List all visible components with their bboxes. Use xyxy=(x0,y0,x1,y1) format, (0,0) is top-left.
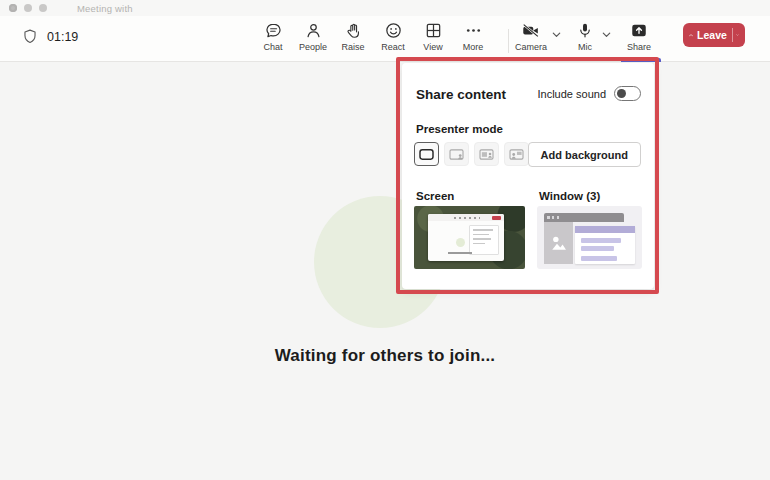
view-label: View xyxy=(423,42,442,52)
close-button[interactable] xyxy=(9,4,17,12)
raise-hand-button[interactable]: Raise xyxy=(333,21,373,52)
content-only-icon xyxy=(418,148,435,161)
mic-chevron-down-icon[interactable] xyxy=(601,29,612,40)
screen-thumb-leave-button xyxy=(492,216,501,220)
presenter-mode-standout[interactable] xyxy=(444,142,469,166)
presenter-mode-label: Presenter mode xyxy=(416,123,503,135)
screen-section-label: Screen xyxy=(416,190,454,202)
window-thumb-content-card xyxy=(575,226,635,264)
add-background-button[interactable]: Add background xyxy=(528,142,641,167)
more-button[interactable]: More xyxy=(453,21,493,52)
hang-up-icon xyxy=(689,29,693,41)
toolbar-divider xyxy=(508,29,509,53)
react-button[interactable]: React xyxy=(373,21,413,52)
meeting-stage: Waiting for others to join... Share cont… xyxy=(0,63,770,480)
window-title: Meeting with xyxy=(77,3,133,14)
meeting-timer: 01:19 xyxy=(22,28,78,45)
meeting-toolbar: 01:19 Chat People Raise xyxy=(0,16,770,62)
react-label: React xyxy=(381,42,405,52)
presenter-mode-reporter[interactable] xyxy=(504,142,529,166)
window-thumb-titlebar xyxy=(544,213,624,222)
screen-thumb-panel xyxy=(469,225,499,255)
camera-label: Camera xyxy=(515,42,547,52)
chat-bubble-icon xyxy=(264,21,283,40)
view-button[interactable]: View xyxy=(413,21,453,52)
image-placeholder-icon xyxy=(550,234,568,252)
toggle-knob xyxy=(617,89,626,98)
toolbar-center-group: Chat People Raise React xyxy=(253,21,493,52)
window-thumb-text-line xyxy=(581,246,614,251)
chat-button[interactable]: Chat xyxy=(253,21,293,52)
mic-label: Mic xyxy=(578,42,592,52)
people-label: People xyxy=(299,42,327,52)
include-sound-label: Include sound xyxy=(538,88,607,100)
standout-icon xyxy=(448,148,465,161)
ellipsis-icon xyxy=(464,21,483,40)
window-thumb-image-box xyxy=(544,222,573,264)
leave-chevron-down-icon[interactable] xyxy=(736,30,739,40)
include-sound-row: Include sound xyxy=(538,86,642,101)
camera-chevron-down-icon[interactable] xyxy=(551,29,562,40)
presenter-mode-content-only[interactable] xyxy=(414,142,439,166)
include-sound-toggle[interactable] xyxy=(614,86,641,101)
traffic-lights xyxy=(9,4,47,12)
screen-thumb-toolbar-icons xyxy=(454,217,480,219)
leave-button[interactable]: Leave xyxy=(683,23,745,47)
window-section-label: Window (3) xyxy=(539,190,600,202)
camera-off-icon xyxy=(521,21,541,40)
share-button[interactable]: Share xyxy=(620,21,658,52)
share-content-panel: Share content Include sound Presenter mo… xyxy=(402,63,654,289)
window-thumb-titlebar-dots xyxy=(547,216,559,219)
window-thumb-text-line xyxy=(581,238,621,243)
share-active-indicator xyxy=(621,58,661,62)
grid-icon xyxy=(424,21,443,40)
share-label: Share xyxy=(627,42,651,52)
raise-label: Raise xyxy=(341,42,364,52)
window-titlebar: Meeting with xyxy=(0,0,770,16)
people-button[interactable]: People xyxy=(293,21,333,52)
maximize-button[interactable] xyxy=(39,4,47,12)
side-by-side-icon xyxy=(478,148,495,161)
screen-share-thumbnail[interactable] xyxy=(414,206,525,269)
timer-value: 01:19 xyxy=(47,30,78,44)
camera-button[interactable]: Camera xyxy=(512,21,550,52)
screen-thumb-window xyxy=(428,214,504,261)
window-thumb-header-bar xyxy=(575,226,635,233)
chat-label: Chat xyxy=(263,42,282,52)
share-screen-icon xyxy=(630,21,648,40)
window-thumb-text-line xyxy=(581,256,617,261)
waiting-message: Waiting for others to join... xyxy=(0,346,770,366)
microphone-icon xyxy=(576,21,594,40)
more-label: More xyxy=(463,42,484,52)
screen-thumb-circle xyxy=(456,238,465,247)
window-share-thumbnail[interactable] xyxy=(537,206,642,269)
reporter-icon xyxy=(508,148,525,161)
device-group: Camera Mic Share xyxy=(512,21,658,52)
minimize-button[interactable] xyxy=(24,4,32,12)
person-icon xyxy=(304,21,323,40)
leave-label: Leave xyxy=(697,29,727,41)
smiley-icon xyxy=(384,21,403,40)
screen-thumb-text xyxy=(448,252,472,254)
mic-button[interactable]: Mic xyxy=(570,21,600,52)
presenter-mode-side-by-side[interactable] xyxy=(474,142,499,166)
raised-hand-icon xyxy=(344,21,363,40)
panel-title: Share content xyxy=(416,87,506,102)
presenter-mode-options xyxy=(414,142,529,166)
shield-icon xyxy=(22,28,38,45)
